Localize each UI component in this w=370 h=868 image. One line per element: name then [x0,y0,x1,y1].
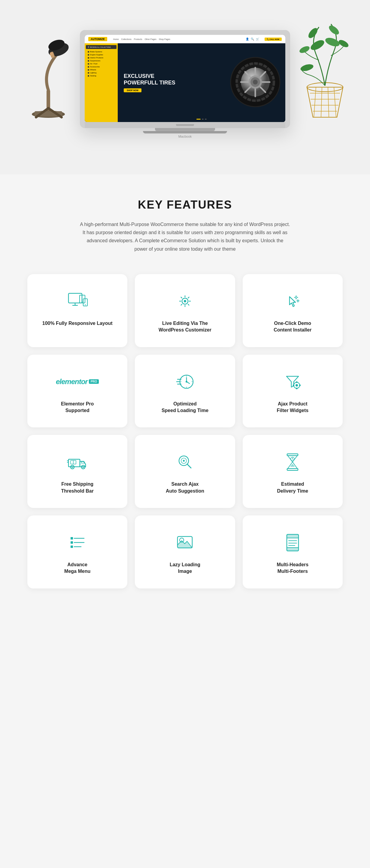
svg-rect-61 [296,381,297,383]
feature-label-multi-headers: Multi-HeadersMulti-Footers [277,561,308,575]
svg-point-77 [183,460,185,462]
feature-label-responsive: 100% Fully Responsive Layout [42,320,113,327]
section-description: A high-performant Multi-Purpose WooComme… [80,220,290,253]
site-logo-mini: AUTOMIZE [88,37,107,41]
svg-point-60 [296,384,298,386]
svg-line-14 [314,87,316,117]
hero-main-banner: EXCLUSIVEPOWERFULL TIRES SHOP NOW [118,43,285,122]
svg-point-44 [82,302,82,303]
svg-rect-64 [299,384,301,386]
feature-card-search: Search AjaxAuto Suggestion [135,435,235,508]
feature-label-shipping: Free ShippingThreshold Bar [61,481,93,494]
svg-line-82 [293,459,294,460]
truck-icon [67,452,88,472]
search-ajax-icon [174,452,196,472]
pro-badge: PRO [89,379,99,384]
monitor-tablet-mobile-icon [67,291,88,312]
svg-point-18 [309,38,326,52]
svg-rect-62 [296,388,297,389]
lamp-decoration [18,6,84,121]
elementor-text: elementor [56,377,88,386]
site-nav-icons: 👤🔍🛒 [246,37,259,40]
svg-rect-40 [68,293,82,303]
feature-label-speed: OptimizedSpeed Loading Time [162,401,208,414]
feature-label-search: Search AjaxAuto Suggestion [166,481,204,494]
feature-label-demo: One-Click DemoContent Installer [274,320,311,334]
svg-rect-98 [287,548,299,551]
feature-card-ajax-filter: Ajax ProductFilter Widgets [243,355,343,428]
svg-point-20 [307,26,319,39]
feature-card-shipping: Free ShippingThreshold Bar [27,435,127,508]
hero-section: AUTOMIZE HomeCollectionsProductsOther Pa… [0,0,370,174]
filter-gear-icon [282,371,303,392]
site-header: AUTOMIZE HomeCollectionsProductsOther Pa… [85,35,285,43]
site-nav-mini: HomeCollectionsProductsOther PagesShop P… [113,38,170,40]
slider-dots [196,119,207,120]
gear-customizer-icon [174,291,196,312]
image-landscape-icon [174,532,196,553]
svg-point-46 [85,305,86,305]
svg-line-17 [334,87,336,117]
hourglass-clock-icon [282,452,303,472]
features-grid: 100% Fully Responsive Layout Live Editin… [27,274,343,588]
feature-card-mega-menu: AdvanceMega Menu [27,516,127,588]
section-title: KEY FEATURES [18,198,352,211]
speed-clock-icon [174,371,196,392]
document-lines-icon [282,532,303,553]
laptop-foot [143,131,227,133]
elementor-pro-icon: elementor PRO [67,371,88,392]
svg-point-21 [327,24,340,36]
feature-label-customizer: Live Editing Via TheWordPress Customizer [159,320,211,334]
tire-image [230,57,281,109]
laptop-brand-label: Macbook [80,135,290,138]
feature-label-lazy: Lazy LoadingImage [170,561,200,575]
side-menu-mini: ☰ BROWSE ALL COLLECTIONS Brake Systems E… [85,43,118,122]
svg-rect-86 [71,541,73,544]
menu-list-icon [67,532,88,553]
features-section: KEY FEATURES A high-performant Multi-Pur… [0,174,370,613]
feature-card-lazy: Lazy LoadingImage [135,516,235,588]
svg-rect-93 [287,534,299,538]
feature-card-speed: OptimizedSpeed Loading Time [135,355,235,428]
svg-point-47 [184,300,186,302]
cta-button-mini: 📞 CALL NOW [265,37,282,41]
feature-card-demo: One-Click DemoContent Installer [243,274,343,347]
click-star-icon [282,291,303,312]
feature-card-delivery: EstimatedDelivery Time [243,435,343,508]
plant-decoration [289,9,355,130]
shop-now-button-mini[interactable]: SHOP NOW [124,88,141,92]
svg-point-67 [71,466,73,468]
svg-line-76 [187,464,191,468]
svg-point-19 [324,36,341,48]
feature-card-elementor: elementor PRO Elementor ProSupported [27,355,127,428]
feature-label-ajax-filter: Ajax ProductFilter Widgets [277,401,309,414]
feature-card-multi-headers: Multi-HeadersMulti-Footers [243,516,343,588]
svg-point-23 [299,45,310,54]
feature-label-elementor: Elementor ProSupported [61,401,94,414]
feature-label-mega-menu: AdvanceMega Menu [64,561,91,575]
svg-point-54 [186,381,188,382]
feature-card-responsive: 100% Fully Responsive Layout [27,274,127,347]
svg-point-39 [253,80,258,85]
svg-point-69 [82,466,84,468]
feature-card-customizer: Live Editing Via TheWordPress Customizer [135,274,235,347]
laptop-stand [155,128,215,131]
laptop-frame: AUTOMIZE HomeCollectionsProductsOther Pa… [80,30,290,138]
svg-rect-88 [71,546,73,548]
svg-point-8 [50,53,53,56]
svg-rect-63 [293,384,294,386]
feature-label-delivery: EstimatedDelivery Time [277,481,308,494]
svg-rect-84 [71,537,73,539]
